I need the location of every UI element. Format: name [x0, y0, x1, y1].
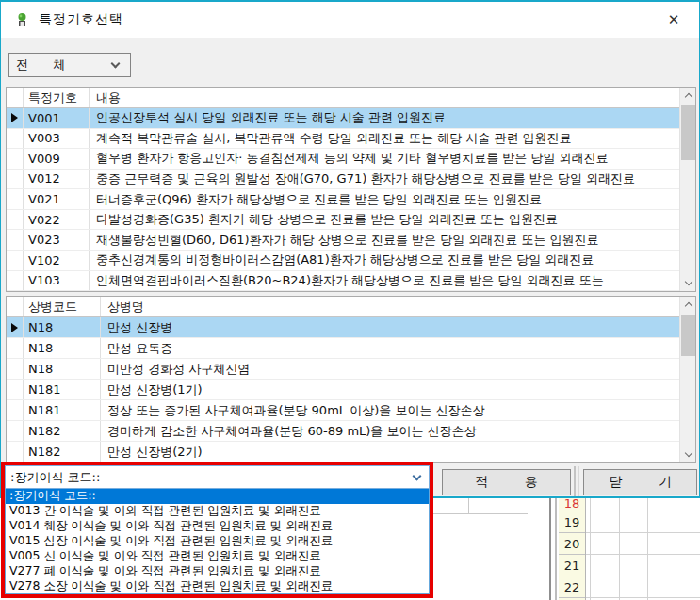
- cell-desc: 다발성경화증(G35) 환자가 해당 상병으로 진료를 받은 당일 외래진료 또…: [90, 210, 679, 230]
- row-selector: [7, 149, 24, 169]
- cell-code: V001: [24, 108, 90, 128]
- row-selector: [7, 338, 24, 358]
- table-row[interactable]: V012 중증 근무력증 및 근육의 원발성 장애(G70, G71) 환자가 …: [7, 170, 679, 190]
- button-divider: [578, 466, 579, 496]
- screen: 18 19 20 21 22 특정기호선택 ✕ 전 체: [0, 0, 700, 600]
- dropdown-option[interactable]: V013 간 이식술 및 이와 직접 관련된 입원치료 및 외래진료: [6, 504, 429, 519]
- dropdown-option[interactable]: V277 폐 이식술 및 이와 직접 관련된 입원치료 및 외래진료: [6, 563, 429, 578]
- table-row[interactable]: V009 혈우병 환자가 항응고인자· 동결침전제제 등의 약제 및 기타 혈우…: [7, 149, 679, 170]
- cell-code: N18: [24, 359, 101, 379]
- cell-code: V009: [24, 149, 90, 169]
- cell-desc: 계속적 복막관류술 실시, 복막관류액 수령 당일 외래진료 또는 해당 시술 …: [90, 129, 679, 149]
- transplant-dropdown-list: :장기이식 코드:: V013 간 이식술 및 이와 직접 관련된 입원치료 및…: [5, 489, 430, 594]
- table-row[interactable]: N182 만성 신장병(2기): [7, 442, 679, 462]
- dropdown-option[interactable]: V005 신 이식술 및 이와 직접 관련된 입원치료 및 외래진료: [6, 548, 429, 563]
- sheet-row-number: 20: [559, 533, 585, 555]
- button-divider: [574, 466, 576, 496]
- table-row[interactable]: V001 인공신장투석 실시 당일 외래진료 또는 해당 시술 관련 입원진료: [7, 108, 679, 129]
- dropdown-option[interactable]: V015 심장 이식술 및 이와 직접 관련된 입원치료 및 외래진료: [6, 534, 429, 549]
- scroll-up-icon[interactable]: [680, 88, 696, 104]
- close-icon[interactable]: ✕: [656, 2, 692, 38]
- sheet-row-number: 19: [559, 511, 585, 533]
- table-row[interactable]: V023 재생불량성빈혈(D60, D61)환자가 해당 상병으로 진료를 받은…: [7, 230, 679, 251]
- transplant-combobox[interactable]: :장기이식 코드::: [5, 465, 430, 489]
- row-selector: [7, 230, 24, 250]
- table-row[interactable]: N18 만성 신장병: [7, 317, 679, 338]
- column-header-code: 특정기호: [24, 88, 90, 107]
- cell-code: N18: [24, 338, 101, 358]
- special-symbol-dialog: 특정기호선택 ✕ 전 체 특정기호 내용 V001 인공신장투석 실시 당일 외…: [0, 0, 700, 498]
- row-selector: [7, 421, 24, 441]
- scroll-down-icon[interactable]: [680, 275, 696, 291]
- pane-splitter: [549, 498, 551, 600]
- transplant-code-highlight-frame: :장기이식 코드:: :장기이식 코드:: V013 간 이식술 및 이와 직접…: [1, 462, 433, 598]
- chevron-down-icon: [111, 59, 121, 69]
- chevron-down-icon: [413, 471, 422, 480]
- row-selector: [7, 170, 24, 189]
- cell-desc: 재생불량성빈혈(D60, D61)환자가 해당 상병으로 진료를 받은 당일 외…: [90, 230, 679, 250]
- selector-column-header: [7, 88, 24, 107]
- disease-table: 상병코드 상병명 N18 만성 신장병 N18 만성 요독증 N18 미만성 경…: [6, 296, 696, 463]
- scrollbar-thumb[interactable]: [681, 315, 695, 356]
- cell-code: V021: [24, 189, 90, 209]
- filter-combobox-value: 전 체: [9, 57, 112, 73]
- sheet-row-number: 21: [559, 555, 585, 576]
- table-row[interactable]: V102 중추신경계통의 비정형바이러스감염(A81)환자가 해당상병으로 진료…: [7, 251, 679, 271]
- cell-desc: 인체면역결핍바이러스질환(B20~B24)환자가 해당상병으로 진료를 받은 당…: [90, 271, 679, 291]
- vertical-scrollbar[interactable]: [679, 88, 695, 291]
- table-row[interactable]: V103 인체면역결핍바이러스질환(B20~B24)환자가 해당상병으로 진료를…: [7, 271, 679, 292]
- cell-name: 만성 신장병(1기): [101, 380, 679, 399]
- cell-name: 만성 요독증: [101, 338, 679, 358]
- dropdown-option[interactable]: :장기이식 코드::: [6, 489, 429, 504]
- filter-combobox[interactable]: 전 체: [8, 53, 131, 77]
- cell-name: 미만성 경화성 사구체신염: [101, 359, 679, 379]
- table-row[interactable]: V021 터너증후군(Q96) 환자가 해당상병으로 진료를 받은 당일 외래진…: [7, 189, 679, 210]
- dropdown-option[interactable]: V014 췌장 이식술 및 이와 직접 관련된 입원치료 및 외래진료: [6, 519, 429, 534]
- table-row[interactable]: N18 미만성 경화성 사구체신염: [7, 359, 679, 380]
- sheet-grid-cells: [586, 498, 700, 600]
- table-row[interactable]: N181 만성 신장병(1기): [7, 380, 679, 400]
- cell-name: 경미하게 감소한 사구체여과율(분당 60-89 mL)을 보이는 신장손상: [101, 421, 679, 441]
- close-button[interactable]: 닫 기: [583, 469, 697, 495]
- cell-code: N182: [24, 421, 101, 441]
- current-row-arrow-icon: [11, 323, 18, 332]
- background-gridline: [468, 498, 469, 513]
- cell-name: 만성 신장병(2기): [101, 442, 679, 462]
- scrollbar-thumb[interactable]: [681, 105, 695, 160]
- cell-code: V022: [24, 210, 90, 230]
- table-row[interactable]: V022 다발성경화증(G35) 환자가 해당 상병으로 진료를 받은 당일 외…: [7, 210, 679, 231]
- sheet-row-number: 22: [559, 576, 585, 598]
- vertical-scrollbar[interactable]: [679, 297, 695, 462]
- table-row[interactable]: N181 정상 또는 증가된 사구체여과율(분당 90mL 이상)을 보이는 신…: [7, 400, 679, 421]
- table-row[interactable]: N182 경미하게 감소한 사구체여과율(분당 60-89 mL)을 보이는 신…: [7, 421, 679, 442]
- row-selector: [7, 442, 24, 462]
- scroll-up-icon[interactable]: [680, 297, 696, 313]
- dropdown-option[interactable]: V278 소장 이식술 및 이와 직접 관련된 입원치료 및 외래진료: [6, 578, 429, 593]
- column-header-name: 상병명: [101, 297, 679, 316]
- row-selector: [7, 400, 24, 420]
- column-header-desc: 내용: [90, 88, 679, 107]
- row-selector: [7, 189, 24, 209]
- pane-splitter: [555, 498, 557, 600]
- scroll-down-icon[interactable]: [680, 446, 696, 462]
- sheet-row-number: 18: [559, 498, 585, 511]
- table-row[interactable]: N18 만성 요독증: [7, 338, 679, 359]
- cell-desc: 인공신장투석 실시 당일 외래진료 또는 해당 시술 관련 입원진료: [90, 108, 679, 128]
- transplant-combobox-value: :장기이식 코드::: [6, 469, 414, 486]
- selector-column-header: [7, 297, 24, 316]
- cell-code: N182: [24, 442, 101, 462]
- dialog-title: 특정기호선택: [39, 11, 123, 28]
- cell-code: N181: [24, 380, 101, 399]
- symbol-table-header: 특정기호 내용: [7, 88, 679, 108]
- cell-code: N181: [24, 400, 101, 420]
- current-row-arrow-icon: [11, 113, 18, 122]
- apply-button[interactable]: 적 용: [442, 469, 571, 495]
- row-selector: [7, 359, 24, 379]
- column-header-code: 상병코드: [24, 297, 101, 316]
- symbol-table: 특정기호 내용 V001 인공신장투석 실시 당일 외래진료 또는 해당 시술 …: [6, 87, 696, 292]
- background-gridline: [429, 513, 528, 514]
- table-row[interactable]: V003 계속적 복막관류술 실시, 복막관류액 수령 당일 외래진료 또는 해…: [7, 129, 679, 150]
- cell-code: V012: [24, 170, 90, 189]
- app-icon: [14, 12, 29, 27]
- cell-desc: 중추신경계통의 비정형바이러스감염(A81)환자가 해당상병으로 진료를 받은 …: [90, 251, 679, 270]
